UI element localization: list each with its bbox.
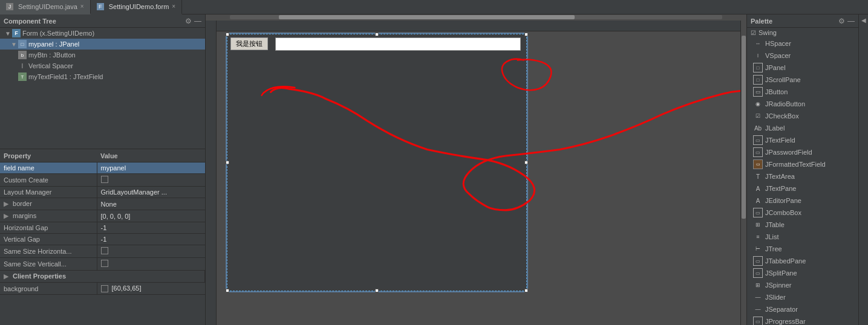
prop-row-field-name[interactable]: field name mypanel [0, 162, 205, 174]
palette-item-vspacer[interactable]: I VSpacer [747, 50, 858, 62]
prop-row-background[interactable]: background [60,63,65] [0, 283, 205, 295]
jscrollpane-label: JScrollPane [765, 76, 801, 83]
prop-value-same-size-h[interactable] [97, 245, 205, 258]
palette-item-jcombobox[interactable]: ▭ JComboBox [747, 207, 858, 219]
tree-item-form[interactable]: ▼ F Form (x.SettingUIDemo) [0, 28, 205, 39]
jbutton-widget[interactable]: 我是按钮 [230, 37, 268, 50]
palette-item-jtextfield[interactable]: ▭ JTextField [747, 134, 858, 146]
palette-item-jformattedtextfield[interactable]: ▭ JFormattedTextField [747, 158, 858, 170]
margins-expand-icon[interactable]: ▶ [4, 212, 8, 219]
palette-item-jspinner[interactable]: ⊞ JSpinner [747, 279, 858, 291]
prop-row-same-size-v[interactable]: Same Size Verticall... [0, 258, 205, 271]
palette-item-jseparator[interactable]: — JSeparator [747, 303, 858, 315]
palette-minimize-icon[interactable]: — [847, 17, 855, 25]
prop-value-field-name[interactable]: mypanel [97, 162, 205, 174]
tab-java-close[interactable]: × [80, 3, 84, 10]
prop-row-border[interactable]: ▶ border None [0, 198, 205, 210]
jcheckbox-icon: ☑ [753, 111, 763, 121]
palette-section-swing[interactable]: ☑ Swing [747, 28, 858, 37]
jtextarea-label: JTextArea [765, 173, 795, 180]
same-size-v-checkbox[interactable] [101, 260, 108, 267]
palette-settings-icon[interactable]: ⚙ [838, 17, 845, 25]
swing-checkbox-icon[interactable]: ☑ [751, 30, 756, 36]
jtree-label: JTree [765, 245, 782, 253]
expand-arrow-form[interactable]: ▼ [5, 30, 11, 37]
prop-name-same-size-h: Same Size Horizonta... [0, 245, 97, 258]
palette-item-jcheckbox[interactable]: ☑ JCheckBox [747, 110, 858, 122]
horizontal-ruler [217, 21, 740, 31]
prop-value-custom-create[interactable] [97, 174, 205, 187]
border-expand-icon[interactable]: ▶ [4, 200, 8, 207]
palette-item-jlist[interactable]: ≡ JList [747, 231, 858, 243]
v-scrollbar-thumb[interactable] [742, 36, 746, 218]
palette-item-hspacer[interactable]: ↔ HSpacer [747, 37, 858, 50]
tree-item-textfield[interactable]: T myTextField1 : JTextField [0, 71, 205, 82]
jcombobox-label: JComboBox [765, 209, 801, 216]
jtextpane-label: JTextPane [765, 185, 796, 192]
form-frame: 我是按钮 [226, 33, 528, 292]
jtextfield-widget[interactable] [275, 37, 521, 51]
prop-value-layout-manager[interactable]: GridLayoutManager ... [97, 187, 205, 198]
palette-item-jprogressbar[interactable]: ▭ JProgressBar [747, 315, 858, 325]
hspacer-label: HSpacer [765, 40, 791, 47]
properties-value-header: Value [100, 152, 118, 159]
palette-item-jtextarea[interactable]: T JTextArea [747, 170, 858, 182]
prop-value-hgap[interactable]: -1 [97, 222, 205, 234]
jlist-icon: ≡ [753, 232, 763, 242]
tab-java[interactable]: J SettingUIDemo.java × [0, 0, 91, 14]
component-tree[interactable]: ▼ F Form (x.SettingUIDemo) ▼ □ mypanel :… [0, 28, 205, 149]
jtable-label: JTable [765, 221, 785, 228]
prop-value-vgap[interactable]: -1 [97, 234, 205, 245]
prop-row-custom-create[interactable]: Custom Create [0, 174, 205, 187]
jtextfield-icon: ▭ [753, 135, 763, 145]
palette-item-jradiobutton[interactable]: ◉ JRadioButton [747, 98, 858, 110]
tab-form[interactable]: F SettingUIDemo.form × [91, 0, 183, 14]
custom-create-checkbox[interactable] [101, 176, 108, 183]
palette-item-jpanel[interactable]: □ JPanel [747, 62, 858, 74]
tree-item-spacer[interactable]: I Vertical Spacer [0, 60, 205, 71]
background-color-swatch[interactable] [101, 285, 108, 292]
palette-item-jslider[interactable]: — JSlider [747, 291, 858, 303]
minimize-icon[interactable]: — [194, 17, 201, 25]
properties-title: Property [4, 152, 100, 159]
tree-item-mypanel[interactable]: ▼ □ mypanel : JPanel [0, 39, 205, 50]
settings-icon[interactable]: ⚙ [185, 17, 192, 25]
side-strip-btn[interactable]: ◀ [861, 17, 866, 24]
prop-value-border[interactable]: None [97, 198, 205, 210]
vertical-scrollbar[interactable] [740, 21, 746, 325]
prop-name-field-name: field name [0, 162, 97, 174]
prop-value-margins[interactable]: [0, 0, 0, 0] [97, 210, 205, 222]
palette-actions: ⚙ — [838, 17, 855, 25]
canvas-content[interactable]: 我是按钮 [217, 21, 740, 325]
tree-item-mybtn[interactable]: b myBtn : JButton [0, 50, 205, 60]
palette-item-jpasswordfield[interactable]: ▭ JPasswordField [747, 146, 858, 158]
hspacer-icon: ↔ [753, 39, 763, 48]
jeditorpane-label: JEditorPane [765, 197, 801, 204]
prop-row-hgap[interactable]: Horizontal Gap -1 [0, 222, 205, 234]
same-size-h-checkbox[interactable] [101, 247, 108, 254]
prop-value-same-size-v[interactable] [97, 258, 205, 271]
tab-form-close[interactable]: × [172, 3, 175, 10]
palette-item-jtree[interactable]: ⊢ JTree [747, 243, 858, 255]
properties-table: field name mypanel Custom Create Layout … [0, 162, 205, 295]
palette-item-jscrollpane[interactable]: □ JScrollPane [747, 74, 858, 86]
palette-item-jeditorpane[interactable]: A JEditorPane [747, 195, 858, 207]
h-scrollbar-thumb[interactable] [279, 15, 574, 19]
prop-row-vgap[interactable]: Vertical Gap -1 [0, 234, 205, 245]
client-props-expand-icon[interactable]: ▶ [4, 272, 8, 280]
prop-row-layout-manager[interactable]: Layout Manager GridLayoutManager ... [0, 187, 205, 198]
prop-name-same-size-v: Same Size Verticall... [0, 258, 97, 271]
palette-item-jbutton[interactable]: ▭ JButton [747, 86, 858, 98]
palette-item-jsplitpane[interactable]: ▭ JSplitPane [747, 267, 858, 279]
prop-row-margins[interactable]: ▶ margins [0, 0, 0, 0] [0, 210, 205, 222]
prop-row-client-props[interactable]: ▶ Client Properties [0, 271, 205, 283]
palette-item-jtextpane[interactable]: A JTextPane [747, 182, 858, 195]
jtabbedpane-label: JTabbedPane [765, 257, 806, 265]
palette-item-jtabbedpane[interactable]: ▭ JTabbedPane [747, 255, 858, 267]
palette-item-jtable[interactable]: ⊞ JTable [747, 219, 858, 231]
prop-row-same-size-h[interactable]: Same Size Horizonta... [0, 245, 205, 258]
palette-item-jlabel[interactable]: Ab JLabel [747, 122, 858, 134]
horizontal-scrollbar[interactable] [206, 14, 746, 21]
prop-value-background[interactable]: [60,63,65] [97, 283, 205, 295]
expand-arrow-mypanel[interactable]: ▼ [11, 41, 17, 48]
